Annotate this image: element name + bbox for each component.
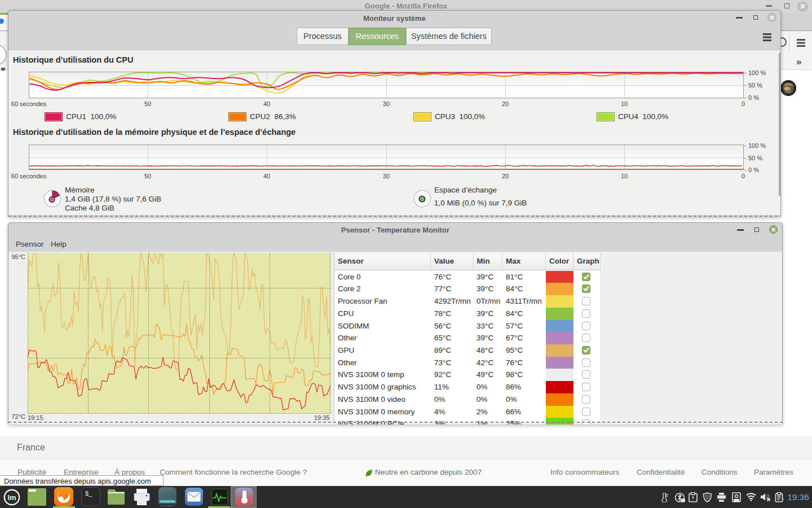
svg-text:lm: lm xyxy=(7,493,16,502)
